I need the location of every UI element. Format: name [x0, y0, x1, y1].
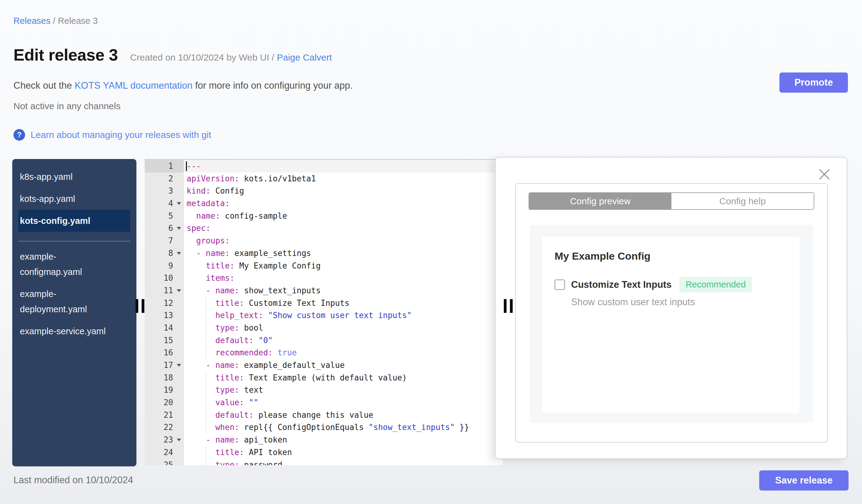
customize-text-inputs-checkbox[interactable]: [554, 279, 565, 290]
line-number[interactable]: 19: [145, 384, 184, 396]
sidebar-resize-handle-bar[interactable]: [135, 299, 138, 313]
line-number[interactable]: 21: [145, 409, 184, 422]
line-number[interactable]: 22: [145, 421, 184, 434]
fold-arrow-icon[interactable]: [177, 439, 181, 441]
code-line-19[interactable]: 19 type: text: [145, 384, 502, 396]
code-text[interactable]: type: text: [184, 384, 502, 396]
code-text[interactable]: title: Text Example (with default value): [184, 372, 502, 384]
code-line-3[interactable]: 3kind: Config: [145, 185, 502, 197]
code-text[interactable]: kind: Config: [184, 185, 502, 197]
sidebar-file-example-deployment.yaml[interactable]: example-deployment.yaml: [18, 283, 130, 320]
line-number[interactable]: 6: [145, 222, 184, 235]
code-text[interactable]: when: repl{{ ConfigOptionEquals "show_te…: [184, 421, 502, 434]
code-line-18[interactable]: 18 title: Text Example (with default val…: [145, 372, 502, 384]
code-line-15[interactable]: 15 default: "0": [145, 334, 502, 347]
code-text[interactable]: title: API token: [184, 446, 502, 459]
yaml-code-editor[interactable]: 1---2apiVersion: kots.io/v1beta13kind: C…: [145, 159, 502, 465]
git-help-link[interactable]: Learn about managing your releases with …: [30, 130, 211, 140]
code-line-17[interactable]: 17 - name: example_default_value: [145, 359, 502, 372]
line-number[interactable]: 9: [145, 260, 184, 272]
tab-config-help[interactable]: Config help: [671, 193, 814, 209]
line-number[interactable]: 23: [145, 434, 184, 446]
line-number[interactable]: 13: [145, 309, 184, 322]
code-line-14[interactable]: 14 type: bool: [145, 322, 502, 334]
kots-yaml-doc-link[interactable]: KOTS YAML documentation: [75, 80, 192, 91]
line-number[interactable]: 18: [145, 372, 184, 384]
code-text[interactable]: type: password: [184, 459, 502, 465]
code-text[interactable]: type: bool: [184, 322, 502, 334]
line-number[interactable]: 25: [145, 459, 184, 465]
code-text[interactable]: help_text: "Show custom user text inputs…: [184, 309, 502, 322]
sidebar-file-k8s-app.yaml[interactable]: k8s-app.yaml: [18, 166, 130, 188]
sidebar-resize-handle-bar[interactable]: [142, 299, 144, 313]
code-line-16[interactable]: 16 recommended: true: [145, 346, 502, 359]
code-text[interactable]: groups:: [184, 235, 502, 247]
code-line-24[interactable]: 24 title: API token: [145, 446, 502, 459]
line-number[interactable]: 12: [145, 297, 184, 309]
code-text[interactable]: - name: show_text_inputs: [184, 284, 502, 297]
line-number[interactable]: 10: [145, 272, 184, 284]
fold-arrow-icon[interactable]: [177, 202, 181, 205]
tab-config-preview[interactable]: Config preview: [529, 193, 671, 209]
code-text[interactable]: default: "0": [184, 334, 502, 347]
fold-arrow-icon[interactable]: [177, 252, 181, 255]
code-line-10[interactable]: 10 items:: [145, 272, 502, 284]
code-text[interactable]: - name: example_settings: [184, 247, 502, 260]
code-line-21[interactable]: 21 default: please change this value: [145, 409, 502, 422]
code-line-1[interactable]: 1---: [145, 160, 502, 172]
line-number[interactable]: 16: [145, 346, 184, 359]
line-number[interactable]: 1: [145, 160, 184, 172]
line-number[interactable]: 15: [145, 334, 184, 347]
line-number[interactable]: 24: [145, 446, 184, 459]
promote-button[interactable]: Promote: [780, 72, 848, 93]
line-number[interactable]: 20: [145, 396, 184, 409]
code-text[interactable]: title: Customize Text Inputs: [184, 297, 502, 309]
line-number[interactable]: 4: [145, 197, 184, 210]
code-line-4[interactable]: 4metadata:: [145, 197, 502, 210]
code-line-7[interactable]: 7 groups:: [145, 235, 502, 247]
code-text[interactable]: value: "": [184, 396, 502, 409]
line-number[interactable]: 7: [145, 235, 184, 247]
code-text[interactable]: - name: example_default_value: [184, 359, 502, 372]
sidebar-file-kots-config.yaml[interactable]: kots-config.yaml: [18, 210, 130, 232]
code-text[interactable]: items:: [184, 272, 502, 284]
code-text[interactable]: - name: api_token: [184, 434, 502, 446]
code-line-9[interactable]: 9 title: My Example Config: [145, 260, 502, 272]
code-text[interactable]: metadata:: [184, 197, 502, 210]
code-line-25[interactable]: 25 type: password: [145, 459, 502, 465]
line-number[interactable]: 2: [145, 172, 184, 185]
code-line-22[interactable]: 22 when: repl{{ ConfigOptionEquals "show…: [145, 421, 502, 434]
close-icon[interactable]: [818, 168, 831, 181]
code-text[interactable]: ---: [184, 160, 502, 172]
code-line-11[interactable]: 11 - name: show_text_inputs: [145, 284, 502, 297]
code-line-8[interactable]: 8 - name: example_settings: [145, 247, 502, 260]
code-line-23[interactable]: 23 - name: api_token: [145, 434, 502, 446]
sidebar-file-kots-app.yaml[interactable]: kots-app.yaml: [18, 188, 130, 210]
sidebar-file-example-service.yaml[interactable]: example-service.yaml: [18, 320, 130, 342]
editor-resize-handle-bar[interactable]: [510, 299, 513, 313]
fold-arrow-icon[interactable]: [177, 289, 181, 292]
code-text[interactable]: spec:: [184, 222, 502, 235]
fold-arrow-icon[interactable]: [177, 227, 181, 230]
code-line-2[interactable]: 2apiVersion: kots.io/v1beta1: [145, 172, 502, 185]
code-line-5[interactable]: 5 name: config-sample: [145, 210, 502, 222]
code-text[interactable]: default: please change this value: [184, 409, 502, 422]
line-number[interactable]: 11: [145, 284, 184, 297]
save-release-button[interactable]: Save release: [759, 470, 849, 491]
code-text[interactable]: recommended: true: [184, 346, 502, 359]
created-by-link[interactable]: Paige Calvert: [277, 52, 332, 62]
code-line-20[interactable]: 20 value: "": [145, 396, 502, 409]
line-number[interactable]: 3: [145, 185, 184, 197]
fold-arrow-icon[interactable]: [177, 364, 181, 367]
editor-resize-handle-bar[interactable]: [504, 299, 507, 313]
code-line-6[interactable]: 6spec:: [145, 222, 502, 235]
git-help-row[interactable]: ? Learn about managing your releases wit…: [13, 129, 211, 141]
line-number[interactable]: 17: [145, 359, 184, 372]
code-line-13[interactable]: 13 help_text: "Show custom user text inp…: [145, 309, 502, 322]
line-number[interactable]: 14: [145, 322, 184, 334]
code-text[interactable]: apiVersion: kots.io/v1beta1: [184, 172, 502, 185]
line-number[interactable]: 5: [145, 210, 184, 222]
line-number[interactable]: 8: [145, 247, 184, 260]
sidebar-file-example-configmap.yaml[interactable]: example-configmap.yaml: [18, 246, 130, 283]
code-text[interactable]: name: config-sample: [184, 210, 502, 222]
